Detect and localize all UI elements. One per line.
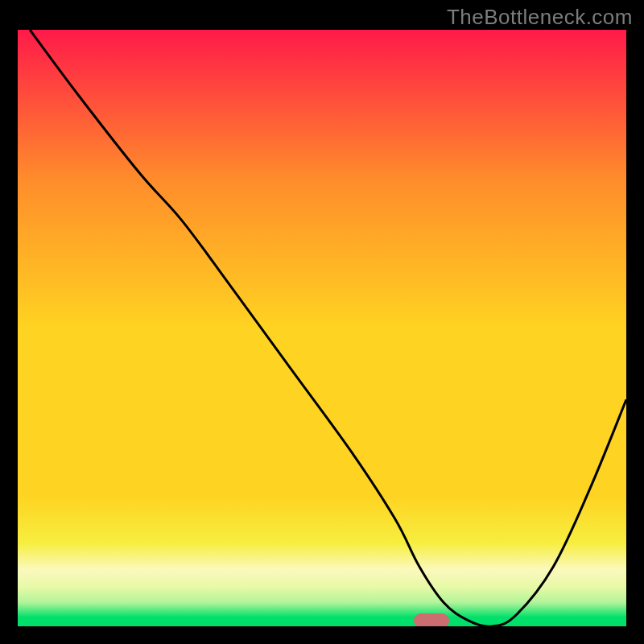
svg-rect-0 bbox=[18, 30, 626, 626]
chart-frame: TheBottleneck.com bbox=[0, 0, 644, 644]
plot-area bbox=[18, 30, 626, 626]
watermark-text: TheBottleneck.com bbox=[447, 5, 633, 30]
gradient-background bbox=[18, 30, 626, 626]
